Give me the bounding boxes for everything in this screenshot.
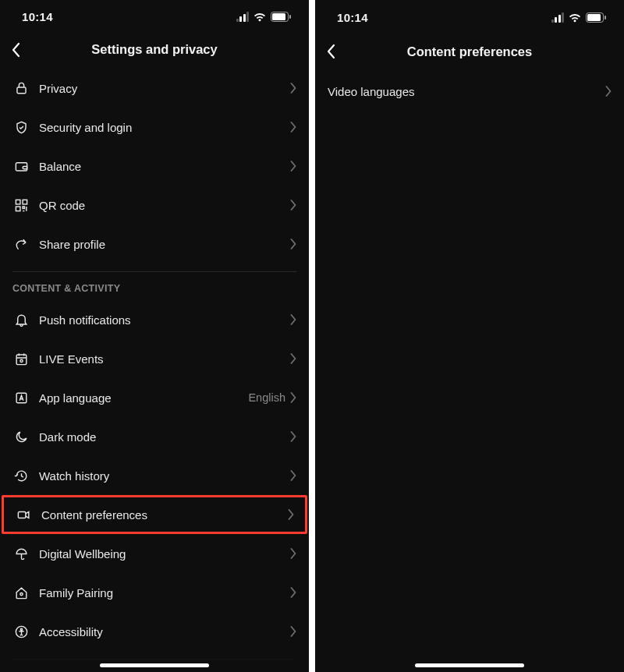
page-title: Settings and privacy — [91, 42, 217, 57]
settings-list: Privacy Security and login Balance QR co… — [0, 65, 309, 672]
row-label: LIVE Events — [39, 352, 290, 366]
accessibility-icon — [12, 623, 30, 640]
row-label: Video languages — [328, 85, 605, 98]
svg-rect-2 — [289, 15, 291, 19]
chevron-right-icon — [290, 161, 296, 172]
row-content-preferences[interactable]: Content preferences — [2, 495, 307, 534]
phone-content-prefs: 10:14 Content preferences Video language… — [315, 0, 624, 672]
row-label: Dark mode — [39, 430, 290, 444]
row-label: Privacy — [39, 82, 290, 95]
row-live-events[interactable]: LIVE Events — [0, 339, 309, 378]
svg-point-14 — [20, 628, 22, 630]
back-button[interactable] — [326, 34, 349, 69]
phone-settings: 10:14 Settings and privacy Privacy — [0, 0, 309, 672]
wifi-icon — [568, 12, 582, 23]
status-right — [236, 12, 292, 22]
row-label: QR code — [39, 199, 290, 212]
bell-icon — [12, 311, 30, 328]
chevron-right-icon — [290, 122, 296, 133]
row-family-pairing[interactable]: Family Pairing — [0, 573, 309, 612]
svg-rect-17 — [604, 16, 606, 19]
status-bar: 10:14 — [315, 0, 624, 34]
row-label: App language — [39, 391, 248, 405]
language-icon — [12, 389, 30, 406]
chevron-right-icon — [290, 392, 296, 403]
row-label: Push notifications — [39, 313, 290, 327]
row-qr-code[interactable]: QR code — [0, 186, 309, 225]
chevron-right-icon — [290, 314, 296, 325]
row-label: Share profile — [39, 238, 290, 251]
row-value: English — [248, 391, 285, 404]
share-icon — [12, 235, 30, 253]
svg-point-12 — [20, 592, 22, 595]
home-icon — [12, 584, 30, 601]
chevron-right-icon — [290, 200, 296, 210]
chevron-right-icon — [290, 548, 296, 559]
row-label: Family Pairing — [39, 586, 290, 599]
row-label: Content preferences — [41, 508, 288, 522]
wifi-icon — [253, 12, 267, 22]
svg-point-9 — [20, 359, 22, 362]
row-privacy[interactable]: Privacy — [0, 69, 309, 108]
back-button[interactable] — [11, 33, 34, 67]
home-indicator[interactable] — [100, 663, 209, 667]
row-security[interactable]: Security and login — [0, 108, 309, 147]
svg-rect-11 — [18, 512, 26, 518]
page-title: Content preferences — [407, 44, 532, 59]
row-share-profile[interactable]: Share profile — [0, 225, 309, 263]
svg-rect-7 — [16, 207, 20, 211]
shield-icon — [12, 118, 30, 136]
chevron-right-icon — [290, 239, 296, 249]
row-balance[interactable]: Balance — [0, 147, 309, 186]
status-right — [551, 12, 608, 23]
chevron-left-icon — [11, 42, 20, 58]
chevron-right-icon — [290, 83, 296, 94]
status-time: 10:14 — [22, 10, 53, 23]
row-app-language[interactable]: App language English — [0, 378, 309, 417]
header: Settings and privacy — [0, 33, 309, 65]
battery-icon — [271, 12, 292, 22]
status-time: 10:14 — [337, 11, 368, 24]
row-label: Accessibility — [39, 625, 290, 638]
cellular-icon — [236, 12, 250, 22]
row-digital-wellbeing[interactable]: Digital Wellbeing — [0, 534, 309, 573]
umbrella-icon — [12, 545, 30, 562]
row-accessibility[interactable]: Accessibility — [0, 612, 309, 651]
section-content-activity: CONTENT & ACTIVITY — [0, 272, 309, 300]
chevron-right-icon — [290, 587, 296, 598]
moon-icon — [12, 428, 30, 445]
content-prefs-list: Video languages — [315, 69, 624, 672]
svg-rect-6 — [23, 200, 27, 204]
battery-icon — [586, 12, 607, 23]
svg-rect-16 — [587, 14, 601, 21]
chevron-right-icon — [290, 470, 296, 481]
row-video-languages[interactable]: Video languages — [315, 72, 624, 111]
row-label: Security and login — [39, 121, 290, 134]
header: Content preferences — [315, 34, 624, 69]
svg-rect-5 — [16, 200, 20, 204]
home-indicator[interactable] — [415, 663, 524, 667]
row-label: Watch history — [39, 469, 290, 483]
wallet-icon — [12, 157, 30, 175]
chevron-right-icon — [290, 431, 296, 442]
svg-rect-3 — [16, 87, 25, 94]
history-icon — [12, 467, 30, 484]
row-watch-history[interactable]: Watch history — [0, 456, 309, 495]
row-label: Digital Wellbeing — [39, 547, 290, 561]
row-dark-mode[interactable]: Dark mode — [0, 417, 309, 456]
row-label: Balance — [39, 160, 290, 173]
lock-icon — [12, 80, 30, 97]
chevron-right-icon — [290, 353, 296, 364]
chevron-right-icon — [605, 86, 612, 97]
svg-rect-1 — [272, 13, 285, 20]
row-push-notifications[interactable]: Push notifications — [0, 300, 309, 339]
cellular-icon — [551, 12, 565, 23]
chevron-right-icon — [288, 509, 294, 520]
video-icon — [15, 506, 32, 523]
calendar-icon — [12, 350, 30, 367]
status-bar: 10:14 — [0, 0, 309, 33]
chevron-left-icon — [326, 44, 335, 59]
qr-icon — [12, 196, 30, 214]
chevron-right-icon — [290, 626, 296, 637]
